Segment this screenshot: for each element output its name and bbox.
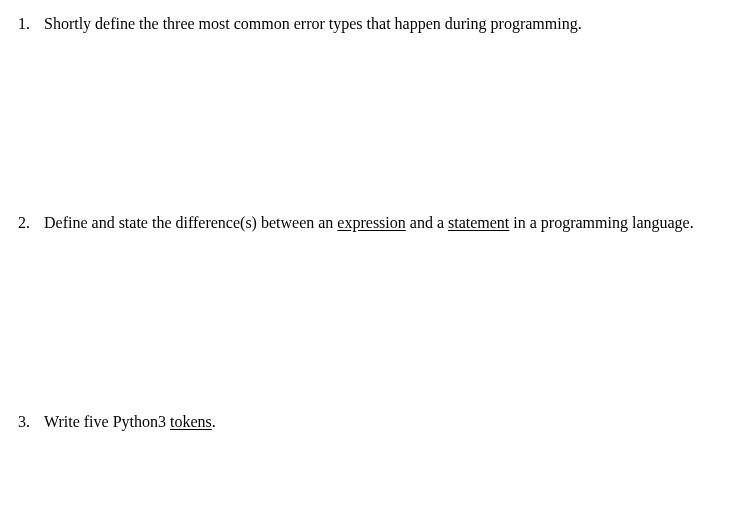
question-body: Shortly define the three most common err… xyxy=(44,12,724,36)
underlined-term: statement xyxy=(448,214,509,231)
question-number: 1. xyxy=(18,12,44,36)
question-2: 2. Define and state the difference(s) be… xyxy=(18,211,724,235)
question-text-part: Write five Python3 xyxy=(44,413,170,430)
question-text-part: in a programming language. xyxy=(509,214,693,231)
question-number: 2. xyxy=(18,211,44,235)
question-3: 3. Write five Python3 tokens. xyxy=(18,410,724,434)
question-text-part: Define and state the difference(s) betwe… xyxy=(44,214,337,231)
question-body: Write five Python3 tokens. xyxy=(44,410,724,434)
question-text: Shortly define the three most common err… xyxy=(44,15,582,32)
question-body: Define and state the difference(s) betwe… xyxy=(44,211,724,235)
question-1: 1. Shortly define the three most common … xyxy=(18,12,724,36)
underlined-term: expression xyxy=(337,214,405,231)
question-number: 3. xyxy=(18,410,44,434)
question-text-part: . xyxy=(212,413,216,430)
question-text-part: and a xyxy=(406,214,448,231)
underlined-term: tokens xyxy=(170,413,212,430)
